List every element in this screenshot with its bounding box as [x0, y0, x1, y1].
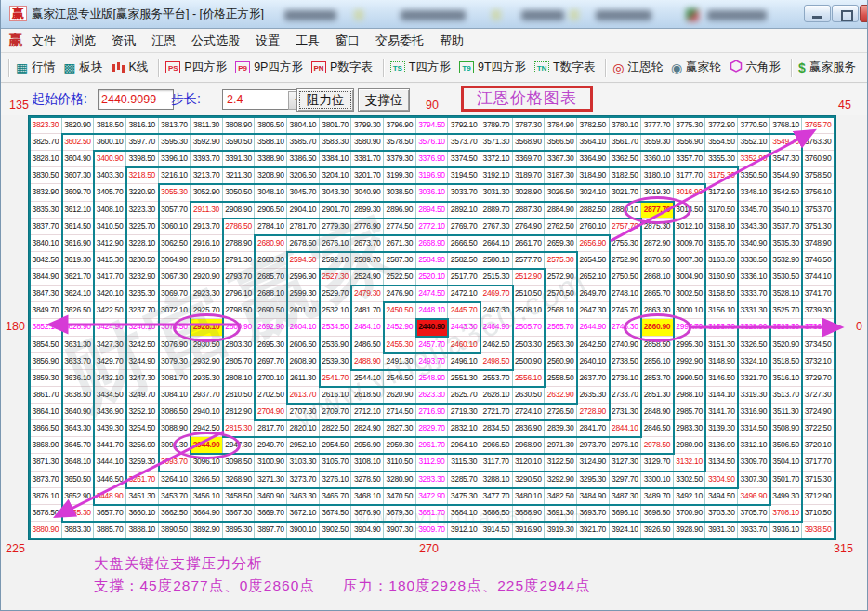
grid-cell: 3732.10 — [802, 353, 835, 370]
menu-item-工具[interactable]: 工具 — [296, 33, 320, 49]
toolbar-button-T四方形[interactable]: TST四方形 — [390, 60, 451, 75]
grid-cell: 3722.50 — [802, 420, 835, 437]
grid-cell: 2973.70 — [577, 437, 610, 454]
grid-cell: 2832.10 — [448, 420, 480, 437]
grid-cell: 2848.90 — [641, 404, 674, 420]
grid-cell: 3621.70 — [62, 269, 95, 286]
kline-icon — [111, 60, 125, 74]
grid-cell: 3408.10 — [94, 202, 126, 219]
background-blur-blob — [492, 9, 501, 20]
grid-cell: 2644.90 — [577, 319, 610, 336]
grid-cell: 3741.70 — [802, 286, 835, 302]
menu-item-帮助[interactable]: 帮助 — [440, 33, 464, 49]
menu-item-公式选股[interactable]: 公式选股 — [191, 33, 240, 49]
grid-cell: 2450.50 — [384, 302, 416, 319]
grid-cell: 3235.30 — [126, 286, 159, 302]
grid-cell: 3633.70 — [62, 353, 95, 370]
toolbar-button-P数字表[interactable]: PNP数字表 — [311, 60, 373, 75]
menu-item-窗口[interactable]: 窗口 — [335, 33, 360, 49]
grid-cell: 2716.90 — [416, 404, 449, 420]
grid-cell: 3712.90 — [802, 488, 835, 505]
grid-cell: 3168.10 — [705, 219, 738, 235]
grid-cell: 3578.50 — [384, 134, 416, 151]
minimize-button[interactable] — [804, 5, 831, 22]
close-button[interactable] — [860, 5, 867, 22]
grid-cell: 3837.70 — [30, 219, 62, 235]
toolbar-button-江恩轮[interactable]: ◎江恩轮 — [612, 60, 663, 75]
grid-cell: 3093.70 — [159, 454, 191, 471]
toolbar-button-T数字表[interactable]: TNT数字表 — [534, 60, 595, 75]
grid-cell: 3283.30 — [416, 472, 449, 488]
menu-item-文件[interactable]: 文件 — [32, 33, 56, 49]
grid-cell: 3468.10 — [351, 488, 384, 505]
toolbar-button-赢家轮[interactable]: ◉赢家轮 — [671, 60, 721, 75]
grid-cell: 2844.10 — [610, 420, 642, 437]
menu-item-江恩[interactable]: 江恩 — [151, 33, 176, 49]
grid-cell: 3516.10 — [770, 370, 803, 387]
toolbar-button-六角形[interactable]: 六角形 — [730, 60, 782, 76]
grid-cell: 3014.50 — [674, 202, 706, 219]
support-button[interactable]: 支撑位 — [358, 88, 410, 112]
grid-cell: 2719.30 — [448, 404, 480, 420]
grid-cell: 3708.10 — [770, 505, 803, 522]
toolbar-button-P四方形[interactable]: PSP四方形 — [165, 60, 227, 75]
grid-cell: 3388.90 — [255, 151, 287, 167]
grid-cell: 2556.10 — [513, 370, 546, 387]
grid-cell: 3120.10 — [513, 454, 546, 471]
grid-cell: 2918.50 — [191, 252, 223, 269]
grid-cell: 3302.50 — [674, 472, 706, 488]
resistance-button[interactable]: 阻力位 — [296, 88, 354, 112]
grid-cell: 2990.50 — [674, 370, 706, 387]
toolbar-button-赢家服务[interactable]: $赢家服务 — [798, 60, 856, 75]
grid-cell: 3588.10 — [255, 134, 287, 151]
grid-cell: 2954.50 — [320, 437, 352, 454]
grid-cell: 2908.90 — [223, 202, 256, 219]
grid-cell: 3057.70 — [159, 202, 191, 219]
grid-cell: 2664.10 — [480, 235, 513, 252]
grid-cell: 3888.10 — [126, 522, 159, 538]
grid-cell: 2712.10 — [351, 404, 384, 420]
grid-cell: 3098.50 — [223, 454, 256, 471]
grid-cell: 2988.10 — [674, 387, 706, 404]
grid-cell: 3556.90 — [674, 134, 706, 151]
grid-cell: 3883.30 — [62, 522, 95, 538]
grid-cell: 3048.10 — [255, 184, 287, 201]
maximize-button[interactable] — [832, 5, 859, 22]
menu-item-资讯[interactable]: 资讯 — [112, 33, 136, 49]
grid-cell: 3072.10 — [159, 302, 191, 319]
grid-cell: 2913.70 — [191, 219, 223, 235]
grid-cell: 2992.90 — [674, 353, 706, 370]
grid-cell: 3890.50 — [159, 522, 191, 538]
menu-item-交易委托[interactable]: 交易委托 — [375, 33, 424, 49]
toolbar-button-板块[interactable]: ▩板块 — [63, 60, 102, 75]
grid-cell: 3160.90 — [705, 269, 738, 286]
toolbar-button-9T四方形[interactable]: T99T四方形 — [459, 60, 526, 75]
step-value: 2.4 — [227, 93, 243, 106]
grid-cell: 3271.30 — [255, 472, 287, 488]
grid-cell: 2584.90 — [416, 252, 449, 269]
grid-cell: 2726.50 — [545, 404, 577, 420]
grid-cell: 2812.90 — [223, 404, 256, 420]
toolbar-button-K线[interactable]: K线 — [111, 60, 148, 75]
toolbar-button-行情[interactable]: ▦行情 — [16, 60, 55, 75]
grid-cell: 3842.50 — [30, 252, 62, 269]
grid-cell: 3513.70 — [770, 387, 803, 404]
menu-item-设置[interactable]: 设置 — [256, 33, 280, 49]
start-price-input[interactable] — [98, 89, 174, 110]
grid-cell: 3141.70 — [705, 404, 738, 420]
grid-cell: 3489.70 — [641, 488, 674, 505]
grid-cell: 2630.50 — [513, 387, 546, 404]
menu-item-浏览[interactable]: 浏览 — [72, 33, 96, 49]
toolbar-button-9P四方形[interactable]: P99P四方形 — [235, 60, 303, 75]
grid-cell: 2534.50 — [320, 319, 352, 336]
step-dropdown[interactable]: 2.4 ▼ — [222, 89, 308, 110]
grid-cell: 3568.90 — [513, 134, 546, 151]
grid-cell: 2469.70 — [480, 286, 513, 302]
grid-cell: 3261.70 — [126, 472, 159, 488]
grid-cell: 3304.90 — [705, 472, 738, 488]
degree-label-315: 315 — [834, 542, 853, 555]
grid-cell: 2899.30 — [351, 202, 384, 219]
grid-cell: 3043.30 — [320, 184, 352, 201]
grid-cell: 3900.10 — [287, 522, 320, 538]
grid-cell: 2481.70 — [351, 302, 384, 319]
